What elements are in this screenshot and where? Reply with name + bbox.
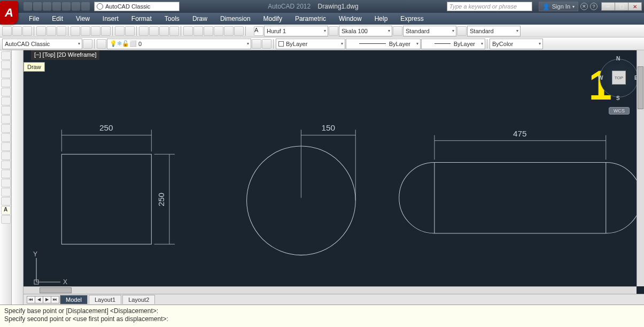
tb-props-icon[interactable] (183, 26, 193, 36)
menu-tools[interactable]: Tools (158, 15, 186, 22)
tb-preview-icon[interactable] (46, 26, 56, 36)
wcs-badge[interactable]: WCS (609, 107, 630, 115)
linetype-drop[interactable]: ByLayer (346, 39, 421, 49)
print-icon[interactable] (62, 2, 71, 11)
tabnav-prev-icon[interactable]: ◀ (35, 296, 43, 303)
menu-express[interactable]: Express (394, 15, 430, 22)
menu-dimension[interactable]: Dimension (214, 15, 257, 22)
tab-layout1[interactable]: Layout1 (89, 295, 121, 304)
layer-drop[interactable]: 💡❄🔓⬜ 0 (107, 39, 251, 49)
block-icon[interactable] (1, 151, 11, 160)
lineweight-drop[interactable]: ByLayer (421, 39, 485, 49)
dimstyle-drop[interactable]: Skala 100 (339, 26, 392, 36)
tb-match-icon[interactable] (101, 26, 111, 36)
tabnav-last-icon[interactable]: ⏭ (51, 296, 59, 303)
new-icon[interactable] (24, 2, 32, 11)
tb-zoomprev-icon[interactable] (169, 26, 179, 36)
vc-w[interactable]: W (598, 75, 603, 81)
close-button[interactable]: ✕ (628, 2, 642, 11)
tb-ssm-icon[interactable] (214, 26, 223, 36)
tb-new-icon[interactable] (2, 26, 12, 36)
minimize-button[interactable]: ─ (601, 2, 615, 11)
workspace-selector[interactable]: AutoCAD Classic (94, 2, 180, 11)
mtext-icon[interactable]: A (1, 206, 11, 215)
tb-dc-icon[interactable] (193, 26, 203, 36)
tb-pan-icon[interactable] (139, 26, 149, 36)
exchange-icon[interactable]: ✕ (580, 3, 588, 10)
line-icon[interactable] (1, 51, 11, 60)
hatch-icon[interactable] (1, 170, 11, 178)
region-icon[interactable] (1, 188, 11, 196)
tb-tp-icon[interactable] (204, 26, 213, 36)
command-line[interactable]: Specify base point or [Displacement] <Di… (0, 305, 644, 327)
textstyle-icon[interactable]: A (254, 26, 263, 36)
horizontal-scrollbar[interactable] (24, 286, 637, 294)
color-drop[interactable]: ByLayer (276, 39, 345, 49)
tablestyle-icon[interactable] (393, 26, 402, 36)
help-icon[interactable]: ? (590, 3, 598, 10)
tb-copy-icon[interactable] (81, 26, 90, 36)
menu-format[interactable]: Format (125, 15, 158, 22)
tb-publish-icon[interactable] (57, 26, 66, 36)
autocad-logo[interactable]: A (0, 1, 18, 25)
mleaderstyle-icon[interactable] (457, 26, 467, 36)
menu-edit[interactable]: Edit (45, 15, 69, 22)
plotstyle-drop[interactable]: ByColor (490, 39, 543, 49)
tb-redo-icon[interactable] (125, 26, 135, 36)
layerprops-icon[interactable] (97, 39, 106, 49)
arc-icon[interactable] (1, 88, 11, 96)
tb-markup-icon[interactable] (224, 26, 234, 36)
point-icon[interactable] (1, 161, 11, 169)
viewcube[interactable]: TOP N S E W WCS (599, 56, 639, 115)
tb-plot-icon[interactable] (36, 26, 46, 36)
dimstyle-icon[interactable] (329, 26, 338, 36)
tabnav-first-icon[interactable]: ⏮ (27, 296, 35, 303)
ellipse-icon[interactable] (1, 124, 11, 133)
tb-zoomwin-icon[interactable] (159, 26, 169, 36)
menu-parametric[interactable]: Parametric (289, 15, 332, 22)
save-icon[interactable] (43, 2, 51, 11)
tb-cut-icon[interactable] (71, 26, 80, 36)
vc-n[interactable]: N (616, 56, 620, 62)
undo-icon[interactable] (72, 2, 80, 11)
signin-button[interactable]: 👤 Sign In ▾ (539, 2, 578, 11)
revcloud-icon[interactable] (1, 106, 11, 115)
gradient-icon[interactable] (1, 179, 11, 187)
menu-help[interactable]: Help (368, 15, 394, 22)
tablestyle-drop[interactable]: Standard (403, 26, 456, 36)
table-icon[interactable] (1, 197, 11, 206)
infocenter-icon[interactable] (536, 6, 537, 7)
vc-s[interactable]: S (616, 95, 620, 101)
polygon-icon[interactable] (1, 70, 11, 78)
menu-view[interactable]: View (69, 15, 96, 22)
drawing-canvas[interactable]: [−] [Top] [2D Wireframe] Draw 1 250 250 … (24, 50, 644, 305)
tabnav-next-icon[interactable]: ▶ (43, 296, 51, 303)
tb-paste-icon[interactable] (91, 26, 100, 36)
search-input[interactable]: Type a keyword or phrase (447, 2, 532, 11)
saveas-icon[interactable] (52, 2, 61, 11)
tb-save-icon[interactable] (22, 26, 32, 36)
tab-layout2[interactable]: Layout2 (122, 295, 155, 304)
workspace-drop[interactable]: AutoCAD Classic (2, 39, 82, 49)
menu-window[interactable]: Window (332, 15, 368, 22)
open-icon[interactable] (33, 2, 42, 11)
tb-qcalc-icon[interactable] (234, 26, 244, 36)
textstyle-drop[interactable]: Huruf 1 (264, 26, 328, 36)
menu-file[interactable]: File (22, 15, 45, 22)
tb-open-icon[interactable] (12, 26, 22, 36)
maximize-button[interactable]: ☐ (615, 2, 629, 11)
rectangle-icon[interactable] (1, 79, 11, 87)
menu-insert[interactable]: Insert (96, 15, 125, 22)
circle-icon[interactable] (1, 97, 11, 105)
insert-icon[interactable] (1, 142, 11, 151)
ellipsearc-icon[interactable] (1, 133, 11, 142)
layerprev-icon[interactable] (262, 39, 271, 49)
tb-zoom-icon[interactable] (149, 26, 159, 36)
tb-undo-icon[interactable] (115, 26, 125, 36)
addsel-icon[interactable] (1, 215, 11, 224)
mleaderstyle-drop[interactable]: Standard (467, 26, 521, 36)
ws-settings-icon[interactable] (83, 39, 92, 49)
spline-icon[interactable] (1, 115, 11, 124)
pline-icon[interactable] (1, 60, 11, 69)
menu-draw[interactable]: Draw (186, 15, 214, 22)
